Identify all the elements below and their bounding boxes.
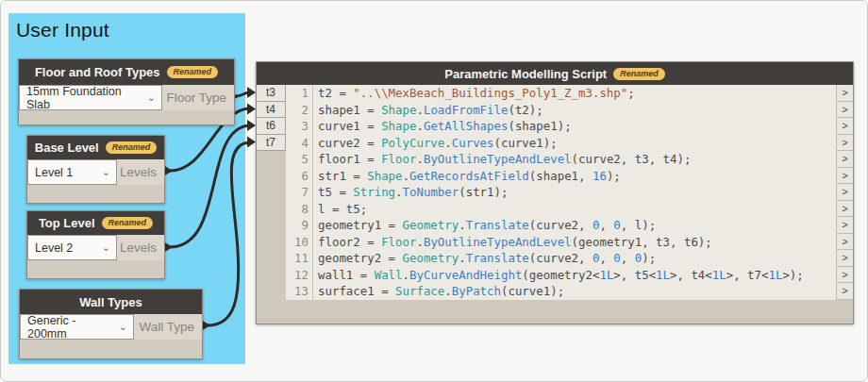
output-port-line-7[interactable]: > bbox=[836, 184, 853, 201]
dropdown-value: 15mm Foundation Slab bbox=[26, 85, 143, 111]
port-marker-t6 bbox=[247, 120, 256, 131]
input-port-t6[interactable]: t6 bbox=[257, 118, 286, 135]
code-line-2: 2shape1 = Shape.LoadFromFile(t2); bbox=[286, 102, 836, 119]
dropdown-value: Level 1 bbox=[35, 166, 73, 179]
output-port-line-1[interactable]: > bbox=[836, 85, 853, 102]
node-parametric-modelling-script[interactable]: Parametric Modelling Script Renamed t3t4… bbox=[256, 61, 854, 324]
node-title: Top Level bbox=[39, 216, 95, 230]
output-port-line-6[interactable]: > bbox=[836, 168, 853, 185]
code-line-11: 11geometry2 = Geometry.Translate(curve2,… bbox=[286, 250, 836, 267]
output-port-line-4[interactable]: > bbox=[836, 135, 853, 152]
node-header: Top Level Renamed bbox=[27, 211, 164, 235]
output-port-line-9[interactable]: > bbox=[836, 217, 853, 234]
code-line-1: 1t2 = "..\\MexBeach_Buildings_Poly1_Z_m3… bbox=[286, 85, 836, 102]
code-line-10: 10floor2 = Floor.ByOutlineTypeAndLevel(g… bbox=[286, 234, 836, 251]
output-port-line-3[interactable]: > bbox=[836, 118, 853, 135]
code-line-13: 13surface1 = Surface.ByPatch(curve1); bbox=[286, 283, 836, 300]
output-port-line-13[interactable]: > bbox=[836, 283, 853, 300]
code-line-5: 5floor1 = Floor.ByOutlineTypeAndLevel(cu… bbox=[286, 151, 836, 168]
renamed-badge: Renamed bbox=[613, 68, 665, 80]
node-wall-types[interactable]: Wall Types Generic - 200mm ⌄ Wall Type bbox=[19, 289, 203, 359]
node-base-level[interactable]: Base Level Renamed Level 1 ⌄ Levels bbox=[26, 135, 165, 204]
node-floor-and-roof-types[interactable]: Floor and Roof Types Renamed 15mm Founda… bbox=[18, 58, 235, 125]
output-port-wall-type[interactable]: Wall Type bbox=[134, 314, 202, 340]
output-port-column: >>>>>>>>>>>>> bbox=[836, 85, 853, 300]
wall-type-dropdown[interactable]: Generic - 200mm ⌄ bbox=[20, 314, 134, 340]
output-port-line-5[interactable]: > bbox=[836, 151, 853, 168]
node-title: Wall Types bbox=[79, 295, 142, 309]
output-port-levels[interactable]: Levels bbox=[117, 235, 164, 260]
wire-floor-type-to-t3[interactable] bbox=[236, 92, 249, 96]
line-number: 5 bbox=[286, 151, 313, 168]
code-line-8: 8l = t5; bbox=[286, 201, 836, 218]
code-line-6: 6str1 = Shape.GetRecordsAtField(shape1, … bbox=[286, 168, 836, 185]
line-number: 10 bbox=[286, 234, 313, 251]
line-number: 6 bbox=[286, 168, 313, 185]
dropdown-value: Level 2 bbox=[35, 241, 73, 255]
node-title: Floor and Roof Types bbox=[35, 65, 160, 79]
port-marker-t7 bbox=[247, 137, 256, 148]
line-number: 7 bbox=[286, 184, 313, 201]
input-port-t3[interactable]: t3 bbox=[257, 85, 286, 102]
node-header: Parametric Modelling Script Renamed bbox=[257, 62, 853, 85]
chevron-down-icon: ⌄ bbox=[147, 91, 156, 104]
code-line-4: 4curve2 = PolyCurve.Curves(curve1); bbox=[286, 135, 836, 152]
floor-type-dropdown[interactable]: 15mm Foundation Slab ⌄ bbox=[19, 85, 162, 110]
code-block-editor[interactable]: 1t2 = "..\\MexBeach_Buildings_Poly1_Z_m3… bbox=[286, 85, 837, 300]
renamed-badge: Renamed bbox=[102, 217, 154, 229]
output-port-line-8[interactable]: > bbox=[836, 201, 853, 218]
output-port-line-10[interactable]: > bbox=[836, 234, 853, 251]
line-number: 12 bbox=[286, 267, 313, 284]
base-level-dropdown[interactable]: Level 1 ⌄ bbox=[27, 159, 117, 185]
renamed-badge: Renamed bbox=[106, 141, 158, 154]
dynamo-canvas: User Input Floor and Roof Types Renamed … bbox=[0, 0, 868, 382]
node-header: Wall Types bbox=[20, 290, 202, 314]
chevron-down-icon: ⌄ bbox=[119, 321, 127, 333]
output-port-line-2[interactable]: > bbox=[836, 102, 853, 119]
line-number: 2 bbox=[286, 102, 313, 119]
wire-wall-type-to-t7[interactable] bbox=[208, 142, 249, 325]
node-header: Base Level Renamed bbox=[27, 136, 164, 159]
chevron-down-icon: ⌄ bbox=[102, 166, 110, 178]
node-title: Parametric Modelling Script bbox=[444, 67, 607, 81]
top-level-dropdown[interactable]: Level 2 ⌄ bbox=[27, 235, 117, 260]
input-port-t4[interactable]: t4 bbox=[257, 102, 286, 119]
node-header: Floor and Roof Types Renamed bbox=[19, 59, 234, 85]
port-marker-t3 bbox=[247, 87, 256, 98]
line-number: 11 bbox=[286, 250, 313, 267]
output-port-line-12[interactable]: > bbox=[836, 267, 853, 284]
chevron-down-icon: ⌄ bbox=[102, 241, 110, 254]
line-number: 8 bbox=[286, 201, 313, 218]
node-title: Base Level bbox=[35, 141, 99, 155]
output-port-line-11[interactable]: > bbox=[836, 250, 853, 267]
output-port-levels[interactable]: Levels bbox=[117, 159, 164, 185]
line-number: 3 bbox=[286, 118, 313, 135]
input-port-t7[interactable]: t7 bbox=[257, 135, 286, 152]
output-port-floor-type[interactable]: Floor Type bbox=[162, 85, 234, 110]
code-line-9: 9geometry1 = Geometry.Translate(curve2, … bbox=[286, 217, 836, 234]
input-port-column: t3t4t6t7 bbox=[257, 85, 286, 151]
code-line-7: 7t5 = String.ToNumber(str1); bbox=[286, 184, 836, 201]
renamed-badge: Renamed bbox=[167, 66, 219, 78]
node-top-level[interactable]: Top Level Renamed Level 2 ⌄ Levels bbox=[26, 210, 165, 279]
line-number: 1 bbox=[286, 85, 313, 102]
code-line-12: 12wall1 = Wall.ByCurveAndHeight(geometry… bbox=[286, 267, 836, 284]
port-marker-t4 bbox=[247, 104, 256, 115]
line-number: 13 bbox=[286, 283, 313, 300]
line-number: 4 bbox=[286, 135, 313, 152]
dropdown-value: Generic - 200mm bbox=[27, 314, 115, 340]
code-line-3: 3curve1 = Shape.GetAllShapes(shape1); bbox=[286, 118, 836, 135]
line-number: 9 bbox=[286, 217, 313, 234]
